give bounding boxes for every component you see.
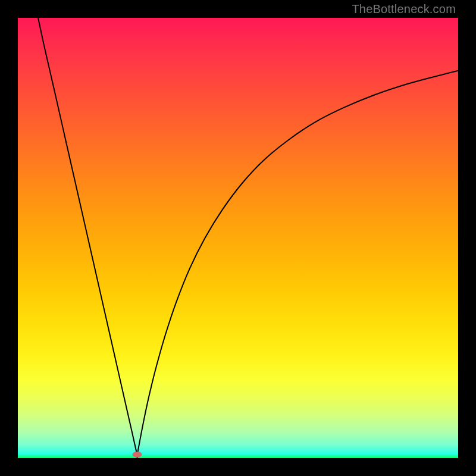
chart-frame: TheBottleneck.com [0, 0, 476, 476]
watermark-text: TheBottleneck.com [352, 2, 456, 16]
chart-svg [18, 18, 458, 458]
plot-area [18, 18, 458, 458]
marker-dot [133, 452, 142, 458]
bottleneck-curve [38, 18, 458, 458]
